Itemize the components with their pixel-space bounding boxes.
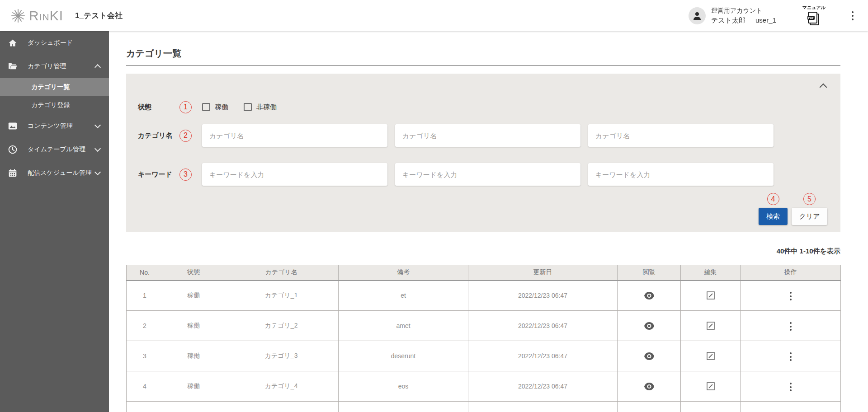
row-actions-menu-button[interactable] [787,289,794,303]
row-actions-menu-button[interactable] [787,350,794,364]
user-avatar [689,7,706,24]
edit-square-icon [706,351,715,360]
logo-text: RinKI [29,8,63,23]
cell-no: 3 [127,341,163,371]
keyword-input-2[interactable] [395,163,580,186]
sidebar-item-category-register[interactable]: カテゴリ登録 [0,96,109,114]
category-name-input-1[interactable] [202,124,387,147]
results-summary: 40件中 1-10件を表示 [126,247,840,256]
category-name-input-3[interactable] [588,124,774,147]
edit-square-icon [706,382,715,391]
cell-name: カテゴリ_1 [224,281,339,311]
sidebar-item-label: タイムテーブル管理 [28,145,85,154]
cell-no: 4 [127,371,163,402]
annotation-4: 4 [767,193,779,205]
sidebar-item-timetable-management[interactable]: タイムテーブル管理 [0,138,109,161]
annotation-1: 1 [179,101,192,113]
category-table: No. 状態 カテゴリ名 備考 更新日 閲覧 編集 操作 1 稼働 カテゴリ_1… [126,265,841,412]
svg-text:PDF: PDF [808,16,814,19]
sidebar-item-content-management[interactable]: コンテンツ管理 [0,114,109,138]
keyword-input-3[interactable] [588,163,774,186]
col-header-edit: 編集 [681,265,741,281]
edit-button[interactable] [703,318,718,333]
cell-no: 1 [127,281,163,311]
view-button[interactable] [642,379,657,394]
sidebar-item-category-management[interactable]: カテゴリ管理 [0,55,109,78]
edit-square-icon [706,291,715,300]
manual-label: マニュアル [802,5,826,11]
sidebar-item-category-list[interactable]: カテゴリ一覧 [0,78,109,96]
page-title: カテゴリ一覧 [126,31,840,66]
sidebar-item-label: 配信スケジュール管理 [28,169,92,177]
checkbox-active[interactable] [202,103,210,111]
cell-name: カテゴリ_4 [224,371,339,402]
col-header-actions: 操作 [741,265,841,281]
checkbox-inactive[interactable] [244,103,252,111]
col-header-no: No. [127,265,163,281]
pdf-document-icon: PDF [806,11,822,27]
table-row: 3 稼働 カテゴリ_3 deserunt 2022/12/23 06:47 [127,341,841,371]
eye-icon [644,292,655,300]
edit-button[interactable] [703,288,718,303]
cell-updated: 2022/12/23 06:47 [468,281,618,311]
sidebar-item-label: カテゴリ管理 [28,62,66,70]
view-button[interactable] [642,348,657,364]
cell-note: et [339,281,468,311]
row-actions-menu-button[interactable] [787,380,794,394]
chevron-down-icon [94,145,101,152]
edit-square-icon [706,321,715,330]
clear-button[interactable]: クリア [792,208,827,225]
status-label: 状態 [138,103,179,112]
eye-icon [644,322,655,330]
col-header-note: 備考 [339,265,468,281]
sidebar-item-dashboard[interactable]: ダッシュボード [0,31,109,55]
company-name: 1_テスト会社 [75,10,123,21]
sidebar-item-label: カテゴリ一覧 [31,83,70,91]
edit-button[interactable] [703,348,718,364]
chevron-down-icon [94,122,101,128]
cell-updated: 2022/12/23 06:47 [468,371,618,402]
row-actions-menu-button[interactable] [787,319,794,333]
eye-icon [644,352,655,360]
search-button[interactable]: 検索 [759,208,788,225]
account-name: テスト太郎 [711,15,745,25]
image-icon [8,121,18,131]
app-header: RinKI 1_テスト会社 運営用アカウント テスト太郎 user_1 マニュア… [0,0,868,31]
main-content: カテゴリ一覧 状態 1 稼働 非稼働 カテゴリ [109,31,868,412]
table-row: 2 稼働 カテゴリ_2 amet 2022/12/23 06:47 [127,311,841,341]
chevron-up-icon [94,64,101,70]
keyword-input-1[interactable] [202,163,387,186]
keyword-filter-row: キーワード 3 [138,163,827,186]
cell-status: 稼働 [163,341,224,371]
sidebar-item-schedule-management[interactable]: 配信スケジュール管理 [0,161,109,185]
col-header-updated: 更新日 [468,265,618,281]
view-button[interactable] [642,318,657,333]
checkbox-active-label: 稼働 [215,103,228,112]
cell-updated: 2022/12/23 06:47 [468,341,618,371]
folder-open-icon [8,61,18,71]
category-filter-row: カテゴリ名 2 [138,124,827,147]
manual-pdf-button[interactable]: マニュアル PDF [802,5,826,27]
search-panel: 状態 1 稼働 非稼働 カテゴリ名 2 [126,74,840,232]
col-header-name: カテゴリ名 [224,265,339,281]
view-button[interactable] [642,288,657,303]
eye-icon [644,383,655,390]
app-logo: RinKI [10,8,63,24]
cell-note: eos [339,371,468,402]
calendar-icon [8,168,18,178]
sidebar-nav: ダッシュボード カテゴリ管理 カテゴリ一覧 カテゴリ登録 コンテンツ管理 タイム… [0,31,109,412]
status-filter-row: 状態 1 稼働 非稼働 [138,99,827,115]
chevron-down-icon [94,169,101,175]
sidebar-item-label: コンテンツ管理 [28,122,73,130]
annotation-5: 5 [803,193,816,205]
checkbox-inactive-label: 非稼働 [256,103,277,112]
cell-no: 2 [127,311,163,341]
panel-collapse-chevron-icon[interactable] [820,84,827,91]
edit-button[interactable] [703,379,718,394]
cell-name: カテゴリ_3 [224,341,339,371]
home-icon [8,38,18,48]
header-menu-button[interactable] [849,9,856,23]
logo-flower-icon [10,8,26,24]
table-row: 4 稼働 カテゴリ_4 eos 2022/12/23 06:47 [127,371,841,402]
category-name-input-2[interactable] [395,124,580,147]
